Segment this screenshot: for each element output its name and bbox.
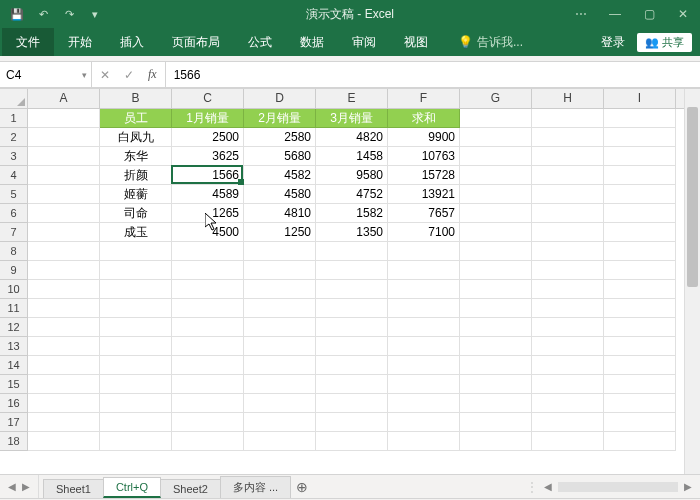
cell[interactable]: 4752: [316, 185, 388, 204]
sheet-tab-Sheet1[interactable]: Sheet1: [43, 479, 104, 498]
undo-icon[interactable]: ↶: [32, 4, 54, 24]
row-header-11[interactable]: 11: [0, 299, 27, 318]
cell[interactable]: [460, 147, 532, 166]
cell[interactable]: [604, 204, 676, 223]
cell[interactable]: [604, 337, 676, 356]
sheet-tab-多内容 ...[interactable]: 多内容 ...: [220, 476, 291, 498]
cell[interactable]: [100, 299, 172, 318]
cell[interactable]: 4580: [244, 185, 316, 204]
cell[interactable]: [316, 318, 388, 337]
cell[interactable]: [388, 375, 460, 394]
col-header-E[interactable]: E: [316, 89, 388, 108]
cell[interactable]: [172, 242, 244, 261]
cell[interactable]: [460, 432, 532, 451]
row-header-12[interactable]: 12: [0, 318, 27, 337]
cell[interactable]: 15728: [388, 166, 460, 185]
cell[interactable]: [172, 280, 244, 299]
cell[interactable]: [28, 375, 100, 394]
cell[interactable]: [244, 375, 316, 394]
cell[interactable]: [604, 356, 676, 375]
cell[interactable]: [604, 394, 676, 413]
cell[interactable]: 5680: [244, 147, 316, 166]
cell[interactable]: [604, 318, 676, 337]
cell[interactable]: [532, 128, 604, 147]
cell[interactable]: 4500: [172, 223, 244, 242]
cell[interactable]: [28, 394, 100, 413]
cell[interactable]: 姬蘅: [100, 185, 172, 204]
cell[interactable]: [316, 299, 388, 318]
cell[interactable]: [28, 299, 100, 318]
cell[interactable]: [604, 166, 676, 185]
sheet-nav-next-icon[interactable]: ▶: [20, 481, 32, 492]
cell[interactable]: [244, 242, 316, 261]
cell[interactable]: [28, 109, 100, 128]
cell[interactable]: [100, 432, 172, 451]
row-header-9[interactable]: 9: [0, 261, 27, 280]
cell[interactable]: [316, 261, 388, 280]
cell[interactable]: [388, 432, 460, 451]
cell[interactable]: [244, 356, 316, 375]
cell[interactable]: 7657: [388, 204, 460, 223]
cell[interactable]: [460, 128, 532, 147]
cell[interactable]: [316, 337, 388, 356]
cell[interactable]: 1458: [316, 147, 388, 166]
cell[interactable]: [28, 185, 100, 204]
col-header-D[interactable]: D: [244, 89, 316, 108]
cell[interactable]: [316, 356, 388, 375]
cell[interactable]: [28, 318, 100, 337]
col-header-F[interactable]: F: [388, 89, 460, 108]
tab-file[interactable]: 文件: [2, 28, 54, 56]
cell[interactable]: [172, 375, 244, 394]
cell[interactable]: [172, 394, 244, 413]
cell[interactable]: [316, 394, 388, 413]
cell[interactable]: [532, 147, 604, 166]
cancel-formula-icon[interactable]: ✕: [96, 68, 114, 82]
cell[interactable]: [532, 356, 604, 375]
cell[interactable]: [244, 337, 316, 356]
cell[interactable]: [244, 280, 316, 299]
cell[interactable]: [460, 299, 532, 318]
cell[interactable]: [28, 356, 100, 375]
cell[interactable]: [604, 223, 676, 242]
cell[interactable]: [604, 280, 676, 299]
cell[interactable]: [388, 413, 460, 432]
cell[interactable]: [172, 337, 244, 356]
cell[interactable]: [532, 204, 604, 223]
cell[interactable]: [28, 204, 100, 223]
row-header-18[interactable]: 18: [0, 432, 27, 451]
col-header-I[interactable]: I: [604, 89, 676, 108]
cell[interactable]: [244, 318, 316, 337]
row-header-7[interactable]: 7: [0, 223, 27, 242]
qat-customize-icon[interactable]: ▾: [84, 4, 106, 24]
redo-icon[interactable]: ↷: [58, 4, 80, 24]
close-icon[interactable]: ✕: [666, 0, 700, 28]
row-header-3[interactable]: 3: [0, 147, 27, 166]
cell[interactable]: [28, 337, 100, 356]
cell[interactable]: [388, 318, 460, 337]
tab-数据[interactable]: 数据: [286, 28, 338, 56]
cell[interactable]: [28, 280, 100, 299]
select-all-triangle[interactable]: [0, 89, 28, 109]
cell[interactable]: [460, 413, 532, 432]
cell[interactable]: [28, 413, 100, 432]
cell[interactable]: 4582: [244, 166, 316, 185]
cell[interactable]: [244, 413, 316, 432]
cell[interactable]: [28, 261, 100, 280]
cells-region[interactable]: 员工1月销量2月销量3月销量求和白凤九2500258048209900东华362…: [28, 109, 700, 474]
row-header-14[interactable]: 14: [0, 356, 27, 375]
col-header-H[interactable]: H: [532, 89, 604, 108]
cell[interactable]: [604, 299, 676, 318]
cell[interactable]: 4820: [316, 128, 388, 147]
tab-公式[interactable]: 公式: [234, 28, 286, 56]
cell[interactable]: [28, 147, 100, 166]
cell[interactable]: 3625: [172, 147, 244, 166]
cell[interactable]: 东华: [100, 147, 172, 166]
cell[interactable]: [316, 432, 388, 451]
cell[interactable]: 成玉: [100, 223, 172, 242]
cell[interactable]: [532, 223, 604, 242]
cell[interactable]: 1566: [172, 166, 244, 185]
row-header-10[interactable]: 10: [0, 280, 27, 299]
cell[interactable]: [100, 413, 172, 432]
cell[interactable]: [100, 318, 172, 337]
row-header-4[interactable]: 4: [0, 166, 27, 185]
